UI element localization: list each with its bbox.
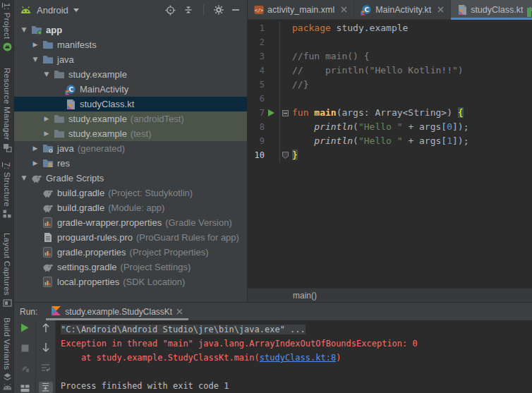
tree-item-manifests[interactable]: ▶manifests [14,37,247,52]
expand-arrow-down[interactable]: ▼ [18,171,30,186]
close-icon[interactable] [176,307,183,317]
expand-arrow-right[interactable]: ▶ [41,111,52,126]
run-toolbar-left [14,320,35,393]
tree-item-study-example-androidtest[interactable]: ▶study.example(androidTest) [14,111,247,126]
soft-wrap-button[interactable] [39,362,53,373]
package-icon [54,114,65,123]
tree-item-proguard-rules-pro-proguard-rules-for-app[interactable]: proguard-rules.pro(ProGuard Rules for ap… [14,230,247,245]
editor-tab-activity-main-xml[interactable]: </>activity_main.xml [248,0,354,19]
build-restart-button[interactable] [18,363,32,373]
scroll-to-end-button[interactable] [39,382,53,393]
line-number: 4 [248,64,265,78]
stripe-button-7-structure[interactable]: 7: Structure [0,162,14,218]
restore-layout-button[interactable] [18,384,32,393]
fold-marker[interactable] [280,106,290,120]
line-number: 9 [248,134,265,148]
hide-button[interactable] [231,6,240,14]
fold-marker[interactable] [280,148,290,162]
up-stack-button[interactable] [39,322,53,333]
gutter: 8 [248,120,280,134]
tree-item-settings-gradle-project-settings[interactable]: settings.gradle(Project Settings) [14,260,247,274]
tree-item-label: study.example [68,69,127,80]
line-number: 10 [248,148,265,162]
tree-item-mainactivity[interactable]: CMainActivity [14,82,247,97]
stripe-button-1-project[interactable]: 1: Project [0,3,14,52]
tree-item-study-example-test[interactable]: ▶study.example(test) [14,126,247,141]
collapse-all-button[interactable] [183,5,193,15]
tree-item-java-generated[interactable]: ▶java(generated) [14,141,247,156]
code-text [290,92,292,106]
build-restart-icon [20,363,30,373]
fold-end-icon [282,152,289,159]
tree-item-gradle-properties-project-properties[interactable]: gradle.properties(Project Properties) [14,245,247,260]
tree-item-study-example[interactable]: ▼study.example [14,67,247,82]
tree-item-qualifier: (Gradle Version) [165,217,232,228]
fold-slot [280,78,290,92]
code-text: fun main(args: Array<String>) { [290,106,464,120]
gutter: 6 [248,92,280,106]
console-line-1: "C:\Android\Android Studio\jre\bin\java.… [61,322,532,337]
expand-arrow-down[interactable]: ▼ [18,23,30,37]
tree-item-container [52,129,66,138]
console-text: ) [336,353,341,363]
expand-arrow-right[interactable]: ▶ [41,126,52,141]
resource-manager-icon [3,143,12,152]
close-icon[interactable] [437,6,444,13]
stacktrace-link[interactable]: studyClass.kt:8 [260,353,336,363]
main-column: Android ▼app▶manifests▼java▼study.exampl… [14,0,532,393]
expand-arrow-down[interactable]: ▼ [41,67,52,82]
breadcrumb-item-main[interactable]: main() [293,291,317,301]
code-editor[interactable]: 1package study.example23//fun main() {4/… [248,20,532,288]
run-config-tab[interactable]: study.example.StudyClassKt [46,303,188,320]
tree-item-java[interactable]: ▼java [14,52,247,67]
stripe-button-logcat[interactable] [0,383,14,390]
tree-item-container [64,99,77,110]
editor-tab-label: MainActivity.kt [375,5,431,15]
tree-item-gradle-wrapper-properties-gradle-version[interactable]: gradle-wrapper.properties(Gradle Version… [14,215,247,230]
tree-item-label: MainActivity [80,84,128,95]
gutter: 1 [248,21,280,35]
expand-arrow-right[interactable]: ▶ [30,141,41,156]
code-token: study.example [331,23,409,33]
tree-item-container [30,174,43,183]
run-line-button[interactable] [265,109,277,117]
caret-down-icon[interactable] [73,8,79,12]
tree-item-local-properties-sdk-location[interactable]: local.properties(SDK Location) [14,274,247,289]
code-token: println [314,135,353,146]
line-number: 2 [248,35,265,49]
settings-button[interactable] [214,5,224,15]
locate-button[interactable] [165,5,176,16]
tree-item-res[interactable]: ▶res [14,156,247,171]
folder-gen-icon [42,144,54,153]
editor-tab-label: activity_main.xml [267,5,334,15]
expand-arrow-right[interactable]: ▶ [30,37,41,52]
code-text: package study.example [290,21,408,35]
stripe-button-layout-captures[interactable]: Layout Captures [0,233,14,308]
stripe-button-build-variants[interactable]: Build Variants [0,318,14,382]
gutter: 3 [248,49,280,64]
tree-item-container [41,40,54,49]
project-view-selector[interactable]: Android [37,5,68,16]
tree-item-gradle-scripts[interactable]: ▼Gradle Scripts [14,171,247,186]
tree-item-build-gradle-module-app[interactable]: build.gradle(Module: app) [14,200,247,215]
run-panel-body: "C:\Android\Android Studio\jre\bin\java.… [14,320,532,393]
tree-item-label: study.example [68,114,127,124]
stripe-button-resource-manager[interactable]: Resource Manager [0,68,14,152]
run-console[interactable]: "C:\Android\Android Studio\jre\bin\java.… [55,320,532,393]
expand-arrow-down[interactable]: ▼ [30,52,41,67]
rerun-button[interactable] [18,323,32,333]
editor-tab-mainactivity-kt[interactable]: CMainActivity.kt [354,0,451,19]
kotlin-class-icon: C [65,84,76,95]
editor-tab-studyclass-kt[interactable]: studyClass.kt [451,0,532,19]
tree-item-build-gradle-project-studykotlin[interactable]: build.gradle(Project: Studykotlin) [14,186,247,200]
down-stack-button[interactable] [39,341,53,353]
close-icon[interactable] [341,6,347,13]
properties-icon [43,217,52,228]
tree-item-studyclass-kt[interactable]: studyClass.kt [14,97,247,111]
expand-arrow-right[interactable]: ▶ [30,156,41,171]
package-icon [54,70,65,79]
stop-button[interactable] [18,344,32,353]
tree-item-app[interactable]: ▼app [14,23,247,37]
down-stack-icon [42,342,50,353]
tree-item-qualifier: (SDK Location) [123,277,185,287]
